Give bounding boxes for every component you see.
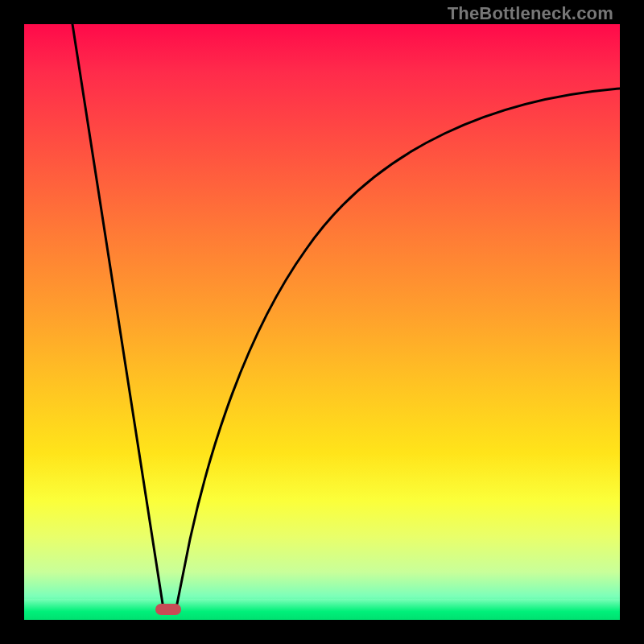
curve-layer (24, 24, 620, 620)
watermark-text: TheBottleneck.com (448, 3, 613, 24)
plot-area (24, 24, 620, 620)
minimum-marker (155, 604, 181, 615)
left-branch (72, 24, 163, 604)
right-branch (177, 89, 620, 604)
chart-frame: TheBottleneck.com (0, 0, 644, 644)
